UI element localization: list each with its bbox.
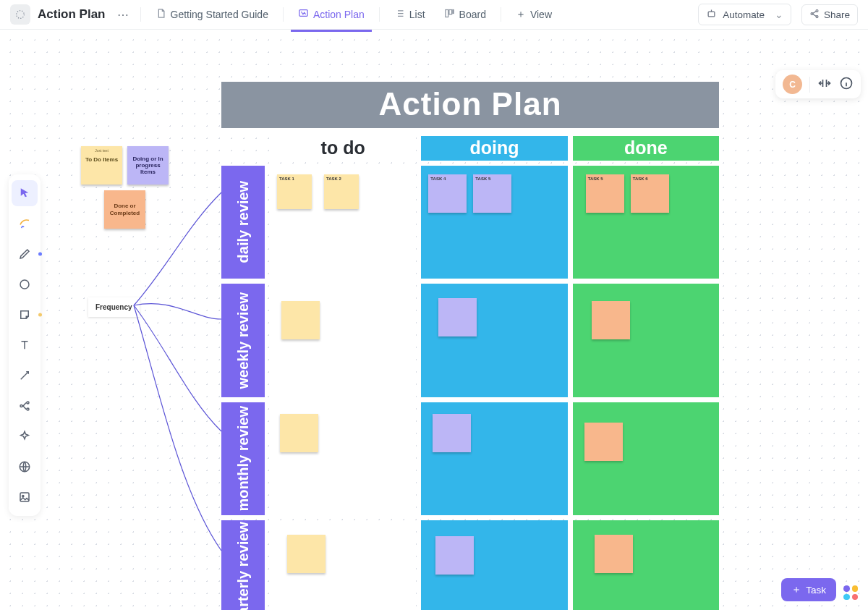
avatar[interactable]: C xyxy=(783,75,802,94)
tool-image[interactable] xyxy=(12,484,38,510)
tool-connector[interactable] xyxy=(12,363,38,389)
cell-quarterly-done[interactable] xyxy=(573,520,719,610)
svg-rect-5 xyxy=(708,12,715,17)
list-icon xyxy=(394,8,405,21)
left-toolbar xyxy=(9,174,41,516)
legend-todo[interactable]: Just text To Do Items xyxy=(81,146,122,185)
rowlabel-monthly: monthly review xyxy=(221,402,265,516)
fit-width-icon[interactable] xyxy=(817,76,832,93)
legend-todo-label: To Do Items xyxy=(85,156,118,163)
nav-list-label: List xyxy=(409,9,425,20)
sticky-task6[interactable]: TASK 6 xyxy=(631,174,669,213)
tool-pen[interactable] xyxy=(12,241,38,267)
row-monthly: monthly review xyxy=(221,402,719,516)
sticky-blank[interactable] xyxy=(281,301,320,339)
cell-monthly-doing[interactable] xyxy=(421,402,567,516)
legend-doing[interactable]: Doing or In progress Items xyxy=(127,146,169,185)
tool-auto-shape[interactable] xyxy=(12,211,38,237)
cell-monthly-todo[interactable] xyxy=(270,402,416,516)
cell-daily-doing[interactable]: TASK 4 TASK 5 xyxy=(421,166,567,279)
board-icon xyxy=(444,8,455,21)
sticky-task5b[interactable]: TASK 5 xyxy=(586,174,624,213)
board-title: Action Plan xyxy=(221,82,719,128)
cell-monthly-done[interactable] xyxy=(573,402,719,516)
top-bar: Action Plan ⋯ Getting Started Guide Acti… xyxy=(0,0,868,30)
cell-daily-todo[interactable]: TASK 1 TASK 2 xyxy=(270,166,416,279)
nav-board[interactable]: Board xyxy=(437,4,493,25)
app-icon[interactable] xyxy=(10,4,30,25)
tool-mindmap[interactable] xyxy=(12,393,38,419)
nav-board-label: Board xyxy=(459,9,486,20)
sticky-task4[interactable]: TASK 4 xyxy=(428,174,467,213)
svg-point-9 xyxy=(20,280,29,289)
svg-point-11 xyxy=(27,402,29,404)
cell-weekly-todo[interactable] xyxy=(270,284,416,397)
automate-button[interactable]: Automate ⌄ xyxy=(698,4,791,25)
info-icon[interactable] xyxy=(839,76,854,93)
svg-rect-3 xyxy=(448,10,451,14)
svg-rect-14 xyxy=(20,493,29,501)
doc-icon xyxy=(156,8,166,21)
svg-point-10 xyxy=(20,405,22,407)
svg-rect-2 xyxy=(445,10,448,17)
svg-point-0 xyxy=(17,11,25,19)
task-button-label: Task xyxy=(806,585,826,596)
sticky-blank[interactable] xyxy=(287,535,326,573)
page-title: Action Plan xyxy=(38,7,106,22)
chevron-down-icon: ⌄ xyxy=(775,9,783,20)
tool-sticky[interactable] xyxy=(12,302,38,328)
col-header-doing: doing xyxy=(421,136,567,161)
canvas[interactable]: C Just text To Do Items Doing or In prog… xyxy=(0,30,868,610)
legend-done[interactable]: Done or Completed xyxy=(104,190,145,229)
tool-web[interactable] xyxy=(12,454,38,480)
automate-label: Automate xyxy=(723,9,765,20)
rowlabel-daily: daily review xyxy=(221,166,265,279)
tool-shape[interactable] xyxy=(12,271,38,297)
share-icon xyxy=(809,9,820,21)
sticky-task5a[interactable]: TASK 5 xyxy=(473,174,511,213)
sticky-task1[interactable]: TASK 1 xyxy=(277,174,312,209)
nav-list[interactable]: List xyxy=(387,4,433,25)
new-task-button[interactable]: ＋ Task xyxy=(781,578,836,601)
tool-text[interactable] xyxy=(12,332,38,358)
frequency-node[interactable]: Frequency xyxy=(88,297,140,317)
tool-cursor[interactable] xyxy=(12,180,38,206)
plus-icon: ＋ xyxy=(516,8,526,21)
sticky-blank[interactable] xyxy=(595,535,633,573)
whiteboard-icon xyxy=(298,8,309,21)
cell-daily-done[interactable]: TASK 5 TASK 6 xyxy=(573,166,719,279)
tool-ai[interactable] xyxy=(12,423,38,449)
action-plan-board: Action Plan to do doing done daily revie… xyxy=(221,82,719,610)
nav-actionplan-label: Action Plan xyxy=(313,9,365,20)
share-button[interactable]: Share xyxy=(801,4,858,25)
sticky-blank[interactable] xyxy=(592,301,630,339)
nav-add-view[interactable]: ＋ View xyxy=(509,4,559,25)
apps-grid-icon[interactable] xyxy=(843,585,858,600)
rowlabel-quarterly: quarterly review xyxy=(221,520,265,610)
cell-quarterly-doing[interactable] xyxy=(421,520,567,610)
nav-guide[interactable]: Getting Started Guide xyxy=(148,4,276,25)
sticky-blank[interactable] xyxy=(584,423,623,461)
robot-icon xyxy=(706,8,717,21)
more-menu[interactable]: ⋯ xyxy=(113,8,133,22)
sticky-blank[interactable] xyxy=(433,414,471,452)
row-daily: daily review TASK 1 TASK 2 TASK 4 TASK 5… xyxy=(221,166,719,279)
col-header-done: done xyxy=(573,136,719,161)
sticky-blank[interactable] xyxy=(435,536,474,575)
sticky-blank[interactable] xyxy=(438,298,477,336)
legend-done-label: Done or Completed xyxy=(107,203,142,216)
frequency-label: Frequency xyxy=(95,303,132,311)
cell-weekly-doing[interactable] xyxy=(421,284,567,397)
sticky-task2[interactable]: TASK 2 xyxy=(324,174,359,209)
rowlabel-weekly: weekly review xyxy=(221,284,265,397)
svg-point-12 xyxy=(27,408,29,410)
cell-quarterly-todo[interactable] xyxy=(270,520,416,610)
legend-just-text: Just text xyxy=(95,149,109,153)
nav-separator xyxy=(379,7,380,22)
cell-weekly-done[interactable] xyxy=(573,284,719,397)
nav-actionplan[interactable]: Action Plan xyxy=(291,4,372,25)
sticky-blank[interactable] xyxy=(280,414,318,452)
plus-icon: ＋ xyxy=(791,583,801,596)
svg-point-15 xyxy=(22,495,24,496)
share-label: Share xyxy=(824,9,850,20)
